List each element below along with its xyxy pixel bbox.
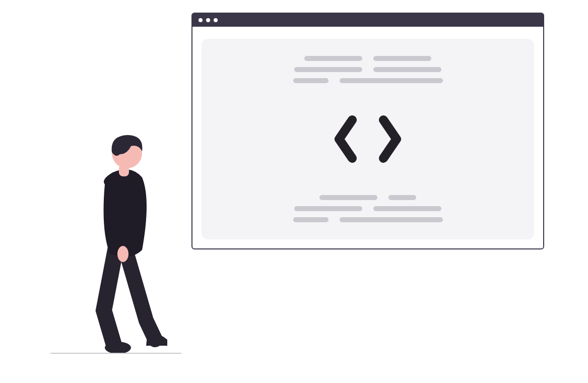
placeholder-bar (340, 78, 443, 83)
placeholder-bar (388, 195, 416, 200)
traffic-light-dot (214, 18, 218, 22)
placeholder-bar (340, 217, 443, 222)
placeholder-row (232, 56, 504, 61)
traffic-light-dot (206, 18, 210, 22)
illustration-stage (0, 0, 588, 383)
window-titlebar (192, 14, 543, 27)
placeholder-bar (373, 206, 441, 211)
placeholder-bar (293, 78, 329, 83)
code-icon (332, 109, 404, 169)
chevron-left-icon (332, 114, 360, 164)
placeholder-row (232, 217, 504, 222)
placeholder-bar (373, 67, 441, 72)
placeholder-bar (304, 56, 362, 61)
ground-line (50, 353, 181, 354)
placeholder-row (232, 67, 504, 72)
placeholder-row (232, 206, 504, 211)
person-walking (71, 129, 171, 356)
placeholder-row (232, 78, 504, 83)
placeholder-bar (319, 195, 377, 200)
placeholder-bar (373, 56, 431, 61)
placeholder-bar (294, 206, 362, 211)
placeholder-paragraph-top (232, 56, 504, 83)
placeholder-bar (293, 217, 329, 222)
chevron-right-icon (375, 114, 404, 164)
placeholder-paragraph-bottom (232, 195, 504, 222)
content-panel (202, 39, 534, 239)
placeholder-bar (294, 67, 362, 72)
placeholder-row (232, 195, 504, 200)
traffic-light-dot (199, 18, 203, 22)
svg-point-0 (105, 342, 131, 354)
svg-point-1 (117, 246, 128, 262)
browser-window (191, 13, 544, 249)
